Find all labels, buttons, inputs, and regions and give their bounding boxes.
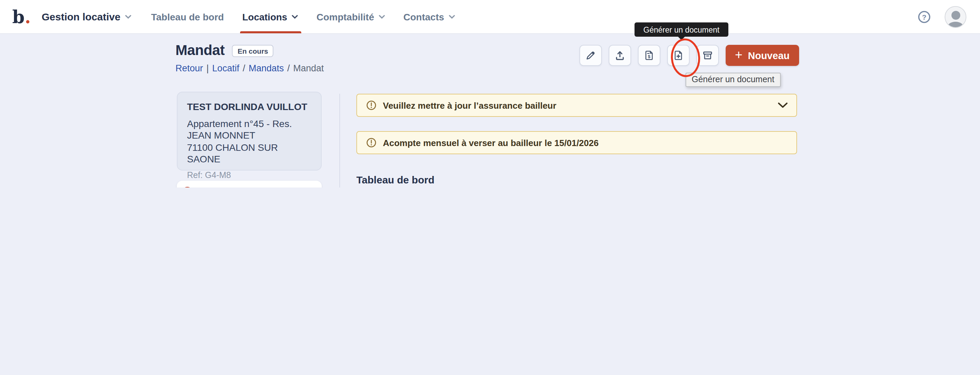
breadcrumb-back-link[interactable]: Retour [175,63,203,73]
brand-logo-dot: . [24,6,30,27]
chevron-down-icon [449,14,455,19]
top-navbar: b. Gestion locative Tableau de bord Loca… [0,0,980,34]
toolbar: $ + Nouveau [579,45,799,66]
invoice-document-icon: $ [643,50,655,61]
breadcrumb-current: Mandat [293,63,324,73]
gauge-icon [181,186,193,188]
upload-icon [614,50,625,61]
invoice-document-button[interactable]: $ [638,45,660,66]
brand-logo[interactable]: b. [12,0,31,33]
tooltip-generer-document: Générer un document [635,22,729,37]
svg-text:$: $ [648,54,650,59]
alert-insurance[interactable]: Veuillez mettre à jour l’assurance baill… [356,94,797,117]
mandate-sidebar: TEST DORLINDA VUILLOT Appartement n°45 -… [177,92,322,188]
nav-contacts[interactable]: Contacts [403,0,455,33]
nav-comptabilite[interactable]: Comptabilité [317,0,385,33]
nav-locations[interactable]: Locations [242,0,298,33]
help-icon[interactable]: ? [918,10,931,24]
avatar-silhouette [951,11,960,19]
warning-icon [366,137,377,148]
chevron-down-icon [379,14,385,19]
chevron-down-icon[interactable] [778,103,788,108]
breadcrumb-mandats-link[interactable]: Mandats [248,63,284,73]
app-window: b. Gestion locative Tableau de bord Loca… [0,0,980,188]
property-ref: Ref: G4-M8 [187,171,312,180]
section-title-dashboard: Tableau de bord [356,174,797,185]
chevron-down-icon [292,14,298,19]
workspace-switcher[interactable]: Gestion locative [42,0,132,33]
user-avatar[interactable] [945,6,966,27]
main-content: Veuillez mettre à jour l’assurance baill… [356,94,797,188]
sidebar-menu: Tableau de bord Comptabilité Documents [177,181,322,188]
archive-icon [702,50,713,61]
svg-text:?: ? [922,13,927,21]
sidebar-item-tableau-de-bord[interactable]: Tableau de bord [177,181,322,188]
archive-button[interactable] [696,45,719,66]
chevron-down-icon [125,14,131,19]
edit-button[interactable] [579,45,601,66]
page-title: Mandat [175,42,225,59]
upload-button[interactable] [608,45,631,66]
new-button[interactable]: + Nouveau [725,45,799,66]
breadcrumb: Retour|Locatif/Mandats/Mandat [175,63,324,73]
generate-document-button[interactable] [667,45,689,66]
workspace-label: Gestion locative [42,11,121,22]
warning-icon [366,100,377,111]
generate-document-icon [672,50,684,61]
property-owner-name: TEST DORLINDA VUILLOT [187,101,312,112]
property-address: Appartement n°45 - Res. JEAN MONNET 7110… [187,118,312,165]
page-header: Mandat En cours Retour|Locatif/Mandats/M… [175,42,799,73]
breadcrumb-locatif-link[interactable]: Locatif [212,63,239,73]
property-card: TEST DORLINDA VUILLOT Appartement n°45 -… [177,92,322,171]
nav-tableau-de-bord[interactable]: Tableau de bord [151,0,224,33]
native-tooltip-generer-document: Générer un document [686,73,780,87]
plus-icon: + [735,48,742,61]
pencil-icon [584,50,596,61]
alert-acompte[interactable]: Acompte mensuel à verser au bailleur le … [356,131,797,154]
column-divider [339,94,340,188]
status-badge: En cours [232,45,274,57]
